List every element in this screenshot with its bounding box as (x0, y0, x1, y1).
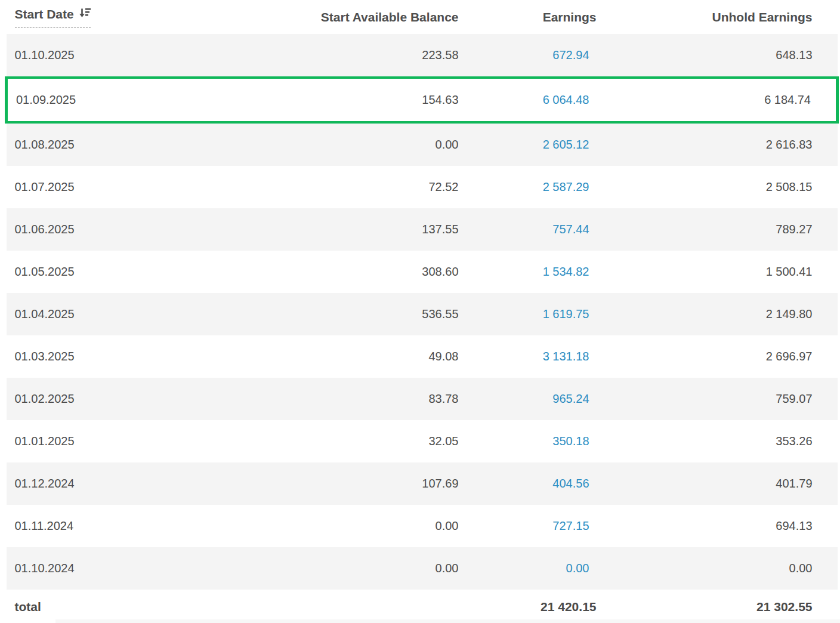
earnings-report-page: Start Date (0, 0, 840, 623)
unhold-earnings-cell: 6 184.74 (601, 78, 838, 122)
total-unhold-earnings: 21 302.55 (601, 590, 838, 623)
unhold-earnings-cell: 0.00 (601, 547, 838, 590)
earnings-cell: 672.94 (464, 34, 601, 78)
start-date-cell: 01.04.2025 (7, 293, 240, 335)
start-available-balance-cell: 83.78 (240, 378, 464, 420)
start-available-balance-cell: 49.08 (240, 335, 464, 378)
earnings-link[interactable]: 1 534.82 (543, 265, 589, 278)
next-row-edge (55, 619, 840, 623)
unhold-earnings-cell: 2 616.83 (601, 122, 838, 166)
earnings-link[interactable]: 2 587.29 (543, 180, 589, 193)
start-date-cell: 01.11.2024 (7, 505, 240, 547)
earnings-cell: 0.00 (464, 547, 601, 590)
earnings-link[interactable]: 3 131.18 (543, 350, 589, 363)
start-available-balance-cell: 308.60 (240, 251, 464, 293)
start-date-cell: 01.09.2025 (7, 78, 240, 122)
earnings-link[interactable]: 727.15 (552, 519, 589, 532)
earnings-cell: 3 131.18 (464, 335, 601, 378)
start-date-cell: 01.06.2025 (7, 208, 240, 251)
start-available-balance-cell: 0.00 (240, 505, 464, 547)
unhold-earnings-cell: 401.79 (601, 462, 838, 505)
column-header-unhold-earnings: Unhold Earnings (601, 0, 838, 34)
earnings-cell: 757.44 (464, 208, 601, 251)
earnings-link[interactable]: 6 064.48 (543, 93, 589, 106)
unhold-earnings-cell: 789.27 (601, 208, 838, 251)
start-date-cell: 01.01.2025 (7, 420, 240, 462)
earnings-cell: 404.56 (464, 462, 601, 505)
start-available-balance-cell: 0.00 (240, 547, 464, 590)
table-row: 01.01.2025 32.05 350.18 353.26 (7, 420, 838, 462)
table-row: 01.07.2025 72.52 2 587.29 2 508.15 (7, 166, 838, 208)
start-available-balance-cell: 72.52 (240, 166, 464, 208)
column-header-earnings: Earnings (464, 0, 601, 34)
table-row: 01.10.2024 0.00 0.00 0.00 (7, 547, 838, 590)
table-row: 01.10.2025 223.58 672.94 648.13 (7, 34, 838, 78)
earnings-link[interactable]: 350.18 (552, 434, 589, 448)
start-date-cell: 01.02.2025 (7, 378, 240, 420)
unhold-earnings-cell: 759.07 (601, 378, 838, 420)
earnings-cell: 350.18 (464, 420, 601, 462)
total-label: total (7, 590, 240, 623)
table-row: 01.05.2025 308.60 1 534.82 1 500.41 (7, 251, 838, 293)
start-date-cell: 01.10.2025 (7, 34, 240, 78)
start-available-balance-cell: 107.69 (240, 462, 464, 505)
unhold-earnings-cell: 694.13 (601, 505, 838, 547)
earnings-cell: 1 619.75 (464, 293, 601, 335)
total-row: total 21 420.15 21 302.55 (7, 590, 838, 623)
start-available-balance-cell: 0.00 (240, 122, 464, 166)
earnings-table: Start Date (5, 0, 839, 623)
earnings-link[interactable]: 404.56 (552, 477, 589, 490)
table-row: 01.11.2024 0.00 727.15 694.13 (7, 505, 838, 547)
start-date-cell: 01.08.2025 (7, 122, 240, 166)
table-row: 01.02.2025 83.78 965.24 759.07 (7, 378, 838, 420)
table-row: 01.09.2025 154.63 6 064.48 6 184.74 (7, 78, 838, 122)
table-row: 01.03.2025 49.08 3 131.18 2 696.97 (7, 335, 838, 378)
total-earnings: 21 420.15 (464, 590, 601, 623)
table-row: 01.06.2025 137.55 757.44 789.27 (7, 208, 838, 251)
earnings-link[interactable]: 1 619.75 (543, 307, 589, 320)
unhold-earnings-cell: 1 500.41 (601, 251, 838, 293)
earnings-link[interactable]: 672.94 (552, 48, 589, 61)
start-available-balance-cell: 223.58 (240, 34, 464, 78)
sort-descending-icon (79, 7, 91, 22)
header-row: Start Date (7, 0, 838, 34)
earnings-link[interactable]: 965.24 (552, 392, 589, 405)
start-date-cell: 01.05.2025 (7, 251, 240, 293)
table-row: 01.08.2025 0.00 2 605.12 2 616.83 (7, 122, 838, 166)
start-date-cell: 01.07.2025 (7, 166, 240, 208)
unhold-earnings-cell: 2 508.15 (601, 166, 838, 208)
start-available-balance-cell: 32.05 (240, 420, 464, 462)
earnings-cell: 2 605.12 (464, 122, 601, 166)
unhold-earnings-cell: 2 696.97 (601, 335, 838, 378)
unhold-earnings-cell: 648.13 (601, 34, 838, 78)
table-row: 01.12.2024 107.69 404.56 401.79 (7, 462, 838, 505)
start-date-cell: 01.10.2024 (7, 547, 240, 590)
earnings-cell: 6 064.48 (464, 78, 601, 122)
earnings-link[interactable]: 2 605.12 (543, 138, 589, 151)
earnings-cell: 965.24 (464, 378, 601, 420)
column-header-start-date[interactable]: Start Date (15, 6, 91, 28)
total-balance-empty (240, 590, 464, 623)
earnings-cell: 1 534.82 (464, 251, 601, 293)
start-date-cell: 01.12.2024 (7, 462, 240, 505)
table-row: 01.04.2025 536.55 1 619.75 2 149.80 (7, 293, 838, 335)
unhold-earnings-cell: 353.26 (601, 420, 838, 462)
start-date-header-label: Start Date (15, 7, 74, 21)
earnings-cell: 727.15 (464, 505, 601, 547)
earnings-link[interactable]: 0.00 (566, 562, 589, 575)
column-header-start-available-balance: Start Available Balance (240, 0, 464, 34)
start-available-balance-cell: 154.63 (240, 78, 464, 122)
start-date-cell: 01.03.2025 (7, 335, 240, 378)
unhold-earnings-cell: 2 149.80 (601, 293, 838, 335)
earnings-link[interactable]: 757.44 (552, 223, 589, 236)
earnings-cell: 2 587.29 (464, 166, 601, 208)
start-available-balance-cell: 137.55 (240, 208, 464, 251)
start-available-balance-cell: 536.55 (240, 293, 464, 335)
